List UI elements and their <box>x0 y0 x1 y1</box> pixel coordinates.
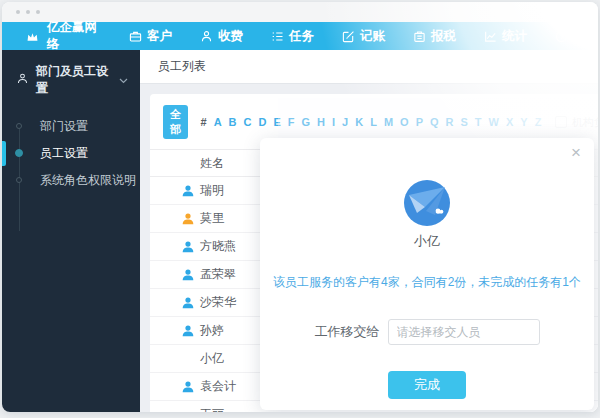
person-blue-icon <box>182 325 194 337</box>
tab-bar: 员工列表 <box>140 50 598 84</box>
no-icon-spacer <box>182 353 194 365</box>
app-window: 亿企赢网络 客户收费任务记账报税统计?帮助 部门及员工设置 部门设置员工设置系统… <box>2 2 598 412</box>
timeline-dot <box>16 123 22 129</box>
person-blue-icon <box>182 185 194 197</box>
nav-item-label: 帮助 <box>573 28 598 45</box>
handover-form-row: 工作移交给 <box>260 319 594 345</box>
name-column-header: 姓名 <box>200 155 224 172</box>
sidebar-item-2[interactable]: 系统角色权限说明 <box>2 167 140 194</box>
top-navigation: 亿企赢网络 客户收费任务记账报税统计?帮助 <box>2 22 598 50</box>
brand-label: 亿企赢网络 <box>47 19 103 53</box>
sidebar-item-label: 员工设置 <box>40 145 88 162</box>
brand-logo[interactable]: 亿企赢网络 <box>26 19 103 53</box>
employee-name-cell: 瑞明 <box>200 182 224 199</box>
nav-item-1[interactable]: 收费 <box>200 28 243 45</box>
nav-item-label: 记账 <box>360 28 385 45</box>
sidebar: 部门及员工设置 部门设置员工设置系统角色权限说明 <box>2 50 140 412</box>
person-blue-icon <box>182 381 194 393</box>
window-control-dot[interactable] <box>16 10 20 14</box>
sidebar-item-label: 系统角色权限说明 <box>40 172 136 189</box>
employee-name: 小亿 <box>260 232 594 250</box>
letter-filter-B[interactable]: B <box>225 116 240 128</box>
svg-text:?: ? <box>559 32 563 39</box>
nav-item-label: 任务 <box>289 28 314 45</box>
employee-name-cell: 莫里 <box>200 210 224 227</box>
stats-icon <box>484 30 497 43</box>
letter-filter-#[interactable]: # <box>197 116 210 128</box>
nav-item-4[interactable]: 报税 <box>413 28 456 45</box>
nav-item-label: 客户 <box>147 28 172 45</box>
nav-item-3[interactable]: 记账 <box>342 28 385 45</box>
letter-filter-D[interactable]: D <box>255 116 270 128</box>
customer-icon <box>129 30 142 43</box>
person-icon <box>17 73 28 87</box>
sidebar-item-0[interactable]: 部门设置 <box>2 113 140 140</box>
transfer-to-label: 工作移交给 <box>315 323 380 341</box>
tax-icon <box>413 30 426 43</box>
xiaoyi-avatar <box>404 180 450 226</box>
sidebar-item-label: 部门设置 <box>40 118 88 135</box>
employee-name-cell: 王丽 <box>200 406 224 412</box>
timeline-dot <box>15 149 23 157</box>
employee-name-cell: 沙荣华 <box>200 294 236 311</box>
no-icon-spacer <box>182 409 194 413</box>
employee-name-cell: 孙婷 <box>200 322 224 339</box>
employee-name-cell: 孟荣翠 <box>200 266 236 283</box>
sidebar-item-1[interactable]: 员工设置 <box>2 140 140 167</box>
person-orange-icon <box>182 213 194 225</box>
person-blue-icon <box>182 241 194 253</box>
bookkeeping-icon <box>342 30 355 43</box>
nav-item-label: 收费 <box>218 28 243 45</box>
sidebar-nav: 部门设置员工设置系统角色权限说明 <box>2 113 140 194</box>
nav-item-2[interactable]: 任务 <box>271 28 314 45</box>
help-icon: ? <box>555 30 568 43</box>
charge-icon <box>200 30 213 43</box>
nav-item-5[interactable]: 统计 <box>484 28 527 45</box>
task-icon <box>271 30 284 43</box>
handover-message: 该员工服务的客户有4家，合同有2份，未完成的任务有1个 <box>260 274 594 291</box>
close-icon[interactable]: × <box>571 144 581 161</box>
main-menu: 客户收费任务记账报税统计?帮助 <box>129 28 598 45</box>
transfer-person-input[interactable] <box>388 319 540 345</box>
letter-filter-C[interactable]: C <box>240 116 255 128</box>
timeline-dot <box>16 177 22 183</box>
sidebar-section-label: 部门及员工设置 <box>36 63 111 97</box>
nav-item-label: 统计 <box>502 28 527 45</box>
filter-all-badge[interactable]: 全部 <box>163 105 188 139</box>
employee-name-cell: 方晓燕 <box>200 238 236 255</box>
nav-item-6[interactable]: ?帮助 <box>555 28 598 45</box>
person-blue-icon <box>182 297 194 309</box>
sidebar-section-header[interactable]: 部门及员工设置 <box>2 50 140 107</box>
work-handover-dialog: × 小亿 该员工服务的客户有4家，合同有2份，未完成的任务有1个 工作移交给 完… <box>260 138 594 410</box>
employee-name-cell: 小亿 <box>200 350 224 367</box>
person-blue-icon <box>182 269 194 281</box>
window-control-dot[interactable] <box>26 10 30 14</box>
tab-employee-list[interactable]: 员工列表 <box>158 58 206 75</box>
window-control-dot[interactable] <box>36 10 40 14</box>
crown-icon <box>26 31 39 42</box>
letter-filter-A[interactable]: A <box>210 116 225 128</box>
complete-button[interactable]: 完成 <box>388 371 466 399</box>
chevron-down-icon <box>119 73 128 87</box>
employee-name-cell: 袁会计 <box>200 378 236 395</box>
nav-item-0[interactable]: 客户 <box>129 28 172 45</box>
nav-item-label: 报税 <box>431 28 456 45</box>
